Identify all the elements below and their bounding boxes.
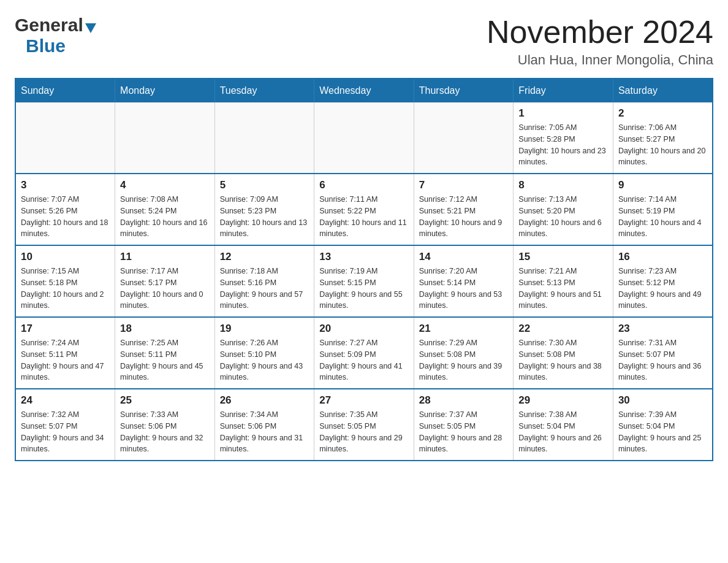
day-info: Sunrise: 7:37 AMSunset: 5:05 PMDaylight:… [419, 409, 509, 455]
title-section: November 2024 Ulan Hua, Inner Mongolia, … [487, 15, 713, 68]
day-info: Sunrise: 7:05 AMSunset: 5:28 PMDaylight:… [518, 122, 608, 168]
day-number: 16 [618, 251, 707, 263]
subtitle: Ulan Hua, Inner Mongolia, China [487, 52, 713, 68]
calendar-cell: 18Sunrise: 7:25 AMSunset: 5:11 PMDayligh… [115, 317, 215, 389]
logo-general-text: General [15, 15, 83, 35]
day-info: Sunrise: 7:38 AMSunset: 5:04 PMDaylight:… [518, 409, 608, 455]
day-number: 14 [419, 251, 509, 263]
day-info: Sunrise: 7:17 AMSunset: 5:17 PMDaylight:… [120, 266, 210, 312]
calendar-cell: 28Sunrise: 7:37 AMSunset: 5:05 PMDayligh… [414, 389, 514, 461]
day-info: Sunrise: 7:30 AMSunset: 5:08 PMDaylight:… [518, 337, 608, 383]
day-number: 7 [419, 179, 509, 191]
day-number: 23 [618, 323, 707, 335]
calendar-week-5: 24Sunrise: 7:32 AMSunset: 5:07 PMDayligh… [15, 389, 713, 461]
calendar-cell: 16Sunrise: 7:23 AMSunset: 5:12 PMDayligh… [613, 245, 713, 317]
day-number: 9 [618, 179, 707, 191]
day-info: Sunrise: 7:21 AMSunset: 5:13 PMDaylight:… [518, 266, 608, 312]
day-info: Sunrise: 7:35 AMSunset: 5:05 PMDaylight:… [319, 409, 409, 455]
day-number: 27 [319, 394, 409, 407]
day-number: 10 [21, 251, 110, 263]
calendar-cell: 12Sunrise: 7:18 AMSunset: 5:16 PMDayligh… [214, 245, 314, 317]
calendar-week-3: 10Sunrise: 7:15 AMSunset: 5:18 PMDayligh… [15, 245, 713, 317]
calendar-cell: 25Sunrise: 7:33 AMSunset: 5:06 PMDayligh… [115, 389, 215, 461]
day-number: 2 [618, 107, 707, 120]
day-number: 30 [618, 394, 707, 407]
day-number: 3 [21, 179, 110, 191]
main-title: November 2024 [487, 15, 713, 50]
calendar-cell: 26Sunrise: 7:34 AMSunset: 5:06 PMDayligh… [214, 389, 314, 461]
day-info: Sunrise: 7:26 AMSunset: 5:10 PMDaylight:… [220, 337, 309, 383]
day-info: Sunrise: 7:27 AMSunset: 5:09 PMDaylight:… [319, 337, 409, 383]
day-number: 13 [319, 251, 409, 263]
calendar-cell: 3Sunrise: 7:07 AMSunset: 5:26 PMDaylight… [15, 174, 115, 245]
calendar-body: 1Sunrise: 7:05 AMSunset: 5:28 PMDaylight… [15, 102, 713, 461]
day-number: 19 [220, 323, 309, 335]
day-info: Sunrise: 7:33 AMSunset: 5:06 PMDaylight:… [120, 409, 210, 455]
calendar-week-2: 3Sunrise: 7:07 AMSunset: 5:26 PMDaylight… [15, 174, 713, 245]
day-info: Sunrise: 7:06 AMSunset: 5:27 PMDaylight:… [618, 122, 707, 168]
calendar-cell [115, 102, 215, 174]
calendar-cell: 29Sunrise: 7:38 AMSunset: 5:04 PMDayligh… [514, 389, 613, 461]
day-info: Sunrise: 7:14 AMSunset: 5:19 PMDaylight:… [618, 194, 707, 240]
weekday-header-row: SundayMondayTuesdayWednesdayThursdayFrid… [15, 79, 713, 102]
calendar-cell: 30Sunrise: 7:39 AMSunset: 5:04 PMDayligh… [613, 389, 713, 461]
day-info: Sunrise: 7:13 AMSunset: 5:20 PMDaylight:… [518, 194, 608, 240]
day-number: 25 [120, 394, 210, 407]
calendar-cell: 21Sunrise: 7:29 AMSunset: 5:08 PMDayligh… [414, 317, 514, 389]
calendar-table: SundayMondayTuesdayWednesdayThursdayFrid… [15, 78, 713, 461]
calendar-cell: 4Sunrise: 7:08 AMSunset: 5:24 PMDaylight… [115, 174, 215, 245]
day-number: 6 [319, 179, 409, 191]
calendar-cell: 6Sunrise: 7:11 AMSunset: 5:22 PMDaylight… [314, 174, 414, 245]
day-info: Sunrise: 7:25 AMSunset: 5:11 PMDaylight:… [120, 337, 210, 383]
day-info: Sunrise: 7:31 AMSunset: 5:07 PMDaylight:… [618, 337, 707, 383]
calendar-week-1: 1Sunrise: 7:05 AMSunset: 5:28 PMDaylight… [15, 102, 713, 174]
day-info: Sunrise: 7:34 AMSunset: 5:06 PMDaylight:… [220, 409, 309, 455]
day-number: 17 [21, 323, 110, 335]
day-number: 21 [419, 323, 509, 335]
day-number: 8 [518, 179, 608, 191]
calendar-cell: 20Sunrise: 7:27 AMSunset: 5:09 PMDayligh… [314, 317, 414, 389]
calendar-cell: 13Sunrise: 7:19 AMSunset: 5:15 PMDayligh… [314, 245, 414, 317]
day-number: 11 [120, 251, 210, 263]
day-number: 22 [518, 323, 608, 335]
weekday-header-thursday: Thursday [414, 79, 514, 102]
day-number: 15 [518, 251, 608, 263]
day-info: Sunrise: 7:23 AMSunset: 5:12 PMDaylight:… [618, 266, 707, 312]
calendar-cell: 2Sunrise: 7:06 AMSunset: 5:27 PMDaylight… [613, 102, 713, 174]
calendar-cell: 11Sunrise: 7:17 AMSunset: 5:17 PMDayligh… [115, 245, 215, 317]
day-info: Sunrise: 7:18 AMSunset: 5:16 PMDaylight:… [220, 266, 309, 312]
day-number: 29 [518, 394, 608, 407]
weekday-header-monday: Monday [115, 79, 215, 102]
calendar-cell [214, 102, 314, 174]
day-number: 20 [319, 323, 409, 335]
day-info: Sunrise: 7:09 AMSunset: 5:23 PMDaylight:… [220, 194, 309, 240]
day-info: Sunrise: 7:32 AMSunset: 5:07 PMDaylight:… [21, 409, 110, 455]
day-info: Sunrise: 7:19 AMSunset: 5:15 PMDaylight:… [319, 266, 409, 312]
logo-general-row: General [15, 15, 96, 36]
day-info: Sunrise: 7:29 AMSunset: 5:08 PMDaylight:… [419, 337, 509, 383]
day-info: Sunrise: 7:24 AMSunset: 5:11 PMDaylight:… [21, 337, 110, 383]
day-number: 1 [518, 107, 608, 120]
calendar-cell: 15Sunrise: 7:21 AMSunset: 5:13 PMDayligh… [514, 245, 613, 317]
calendar-cell: 10Sunrise: 7:15 AMSunset: 5:18 PMDayligh… [15, 245, 115, 317]
logo: General Blue [15, 15, 96, 56]
weekday-header-saturday: Saturday [613, 79, 713, 102]
calendar-cell [314, 102, 414, 174]
logo-blue-row: Blue [15, 36, 66, 56]
day-number: 4 [120, 179, 210, 191]
weekday-header-friday: Friday [514, 79, 613, 102]
day-info: Sunrise: 7:07 AMSunset: 5:26 PMDaylight:… [21, 194, 110, 240]
calendar-cell: 23Sunrise: 7:31 AMSunset: 5:07 PMDayligh… [613, 317, 713, 389]
calendar-cell: 27Sunrise: 7:35 AMSunset: 5:05 PMDayligh… [314, 389, 414, 461]
calendar-cell [414, 102, 514, 174]
day-info: Sunrise: 7:12 AMSunset: 5:21 PMDaylight:… [419, 194, 509, 240]
page-header: General Blue November 2024 Ulan Hua, Inn… [15, 15, 713, 68]
day-number: 24 [21, 394, 110, 407]
day-info: Sunrise: 7:39 AMSunset: 5:04 PMDaylight:… [618, 409, 707, 455]
calendar-cell: 9Sunrise: 7:14 AMSunset: 5:19 PMDaylight… [613, 174, 713, 245]
day-info: Sunrise: 7:15 AMSunset: 5:18 PMDaylight:… [21, 266, 110, 312]
day-number: 12 [220, 251, 309, 263]
calendar-week-4: 17Sunrise: 7:24 AMSunset: 5:11 PMDayligh… [15, 317, 713, 389]
calendar-cell [15, 102, 115, 174]
calendar-cell: 1Sunrise: 7:05 AMSunset: 5:28 PMDaylight… [514, 102, 613, 174]
